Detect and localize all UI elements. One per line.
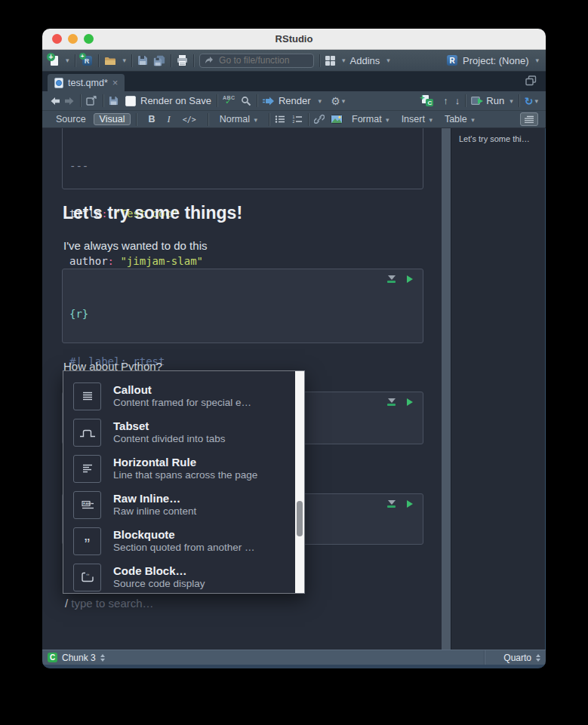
save-button[interactable] — [137, 55, 148, 66]
run-all-chunks-above-icon[interactable] — [387, 500, 396, 508]
run-chunk-icon[interactable] — [407, 500, 413, 508]
addins-button[interactable]: Addins ▾ — [350, 55, 390, 66]
addins-label: Addins — [350, 55, 380, 66]
popup-item-tabset[interactable]: Tabset Content divided into tabs — [73, 414, 304, 450]
visual-editor-canvas[interactable]: --- title: "Test doc" author: "jimjam-sl… — [42, 128, 442, 650]
go-to-next-chunk-button[interactable]: ↓ — [455, 95, 460, 106]
code-button[interactable]: </> — [177, 115, 202, 124]
back-button[interactable] — [50, 97, 60, 106]
run-chunk-icon[interactable] — [407, 398, 413, 406]
tab-label: test.qmd* — [68, 78, 108, 88]
new-project-icon: R + — [81, 54, 93, 66]
document-heading[interactable]: Let's try some things! — [63, 203, 242, 223]
popup-scrollbar-thumb[interactable] — [297, 501, 303, 536]
print-icon — [177, 55, 188, 66]
goto-file-search[interactable] — [199, 54, 314, 68]
chunk-lang: {r} — [69, 308, 88, 320]
close-tab-icon[interactable]: × — [112, 77, 119, 88]
caret-down-icon: ▾ — [66, 57, 69, 64]
editor-toolbar: Render on Save ABC ✓ Render ▾ ⚙ ▾ + C ↑ … — [42, 91, 546, 111]
visual-mode-button[interactable]: Visual — [94, 113, 131, 125]
run-button[interactable]: Run ▾ — [471, 95, 513, 106]
render-on-save-checkbox[interactable] — [125, 96, 136, 106]
goto-arrow-icon — [205, 57, 213, 64]
caret-down-icon: ▾ — [534, 97, 538, 105]
chunk-spinner-icon[interactable] — [100, 654, 105, 662]
chunk-position-label[interactable]: Chunk 3 — [62, 653, 96, 663]
popup-item-horizontal-rule[interactable]: Horizontal Rule Line that spans across t… — [73, 450, 304, 487]
popup-scrollbar-track[interactable] — [295, 371, 304, 593]
project-menu-button[interactable]: R Project: (None) ▾ — [447, 55, 539, 66]
titlebar: RStudio — [42, 29, 546, 50]
open-file-button[interactable]: ▾ — [104, 56, 127, 66]
paragraph-style-label: Normal — [220, 114, 250, 124]
table-label: Table — [445, 114, 467, 124]
outline-heading-item[interactable]: Let's try some thi… — [459, 134, 542, 143]
maximize-pane-button[interactable] — [525, 75, 537, 86]
run-all-chunks-above-icon[interactable] — [387, 398, 396, 406]
print-button[interactable] — [177, 55, 188, 66]
render-options-button[interactable]: ⚙ ▾ — [331, 96, 345, 106]
italic-button[interactable]: I — [161, 113, 176, 126]
table-dropdown[interactable]: Table ▾ — [439, 113, 481, 125]
goto-file-input[interactable] — [217, 54, 303, 66]
save-all-button[interactable] — [153, 55, 165, 66]
popup-item-title: Raw Inline… — [113, 492, 196, 505]
status-bar: C Chunk 3 Quarto — [42, 650, 546, 665]
run-chunk-icon[interactable] — [407, 275, 413, 283]
render-button[interactable]: Render — [263, 95, 311, 106]
svg-text:1: 1 — [293, 115, 295, 119]
popup-item-code-block[interactable]: ‹› Code Block… Source code display — [73, 559, 304, 595]
new-project-button[interactable]: R + — [81, 54, 93, 66]
callout-icon — [73, 382, 101, 410]
numbered-list-button[interactable]: 12 — [292, 115, 303, 124]
save-icon — [137, 55, 148, 66]
popup-item-raw-inline[interactable]: RAW Raw Inline… Raw inline content — [73, 487, 304, 523]
rstudio-window: RStudio + ▾ R + ▾ — [42, 29, 546, 668]
source-mode-button[interactable]: Source — [50, 113, 92, 125]
save-button-editor[interactable] — [109, 96, 119, 106]
paragraph-style-dropdown[interactable]: Normal ▾ — [214, 113, 263, 125]
image-button[interactable] — [331, 115, 343, 124]
code-chunk-r[interactable]: {r} #| label: rtest #| code-fold: true 1… — [62, 269, 423, 343]
popout-button[interactable] — [86, 96, 97, 106]
popup-item-title: Blockquote — [113, 528, 255, 542]
format-toolbar: Source Visual B I </> Normal ▾ 12 Format… — [42, 111, 546, 128]
render-label: Render — [279, 95, 311, 106]
outline-toggle-button[interactable] — [520, 112, 538, 126]
run-icon — [471, 97, 482, 106]
popup-item-title: Callout — [113, 383, 251, 397]
source-publish-button[interactable]: ↻ ▾ — [525, 96, 538, 106]
forward-button[interactable] — [64, 97, 75, 106]
zoom-window-button[interactable] — [84, 34, 94, 44]
paragraph-1[interactable]: I've always wanted to do this — [63, 239, 207, 252]
insert-dropdown[interactable]: Insert ▾ — [396, 113, 439, 125]
go-to-previous-chunk-button[interactable]: ↑ — [443, 95, 448, 106]
editor-scrollbar[interactable] — [442, 128, 451, 650]
spellcheck-button[interactable]: ABC ✓ — [223, 95, 238, 106]
window-frame-strip — [545, 128, 546, 650]
document-mode-label[interactable]: Quarto — [503, 653, 531, 663]
bullet-list-button[interactable] — [275, 115, 285, 124]
code-block-icon: ‹› — [73, 564, 101, 591]
caret-down-icon: ▾ — [319, 97, 322, 105]
link-button[interactable] — [314, 114, 325, 124]
bold-button[interactable]: B — [142, 113, 161, 125]
insert-chunk-button[interactable]: + C — [421, 95, 433, 106]
tab-test-qmd[interactable]: test.qmd* × — [48, 74, 125, 91]
caret-down-icon: ▾ — [342, 97, 346, 105]
format-dropdown[interactable]: Format ▾ — [346, 113, 396, 125]
close-window-button[interactable] — [52, 34, 62, 44]
caret-down-icon: ▾ — [386, 57, 390, 64]
yaml-header-block[interactable]: --- title: "Test doc" author: "jimjam-sl… — [62, 128, 423, 189]
popup-item-title: Horizontal Rule — [113, 456, 257, 469]
mode-spinner-icon[interactable] — [536, 654, 540, 662]
new-file-button[interactable]: + ▾ — [49, 55, 69, 66]
find-replace-button[interactable] — [241, 96, 251, 106]
run-all-chunks-above-icon[interactable] — [387, 275, 396, 283]
yaml-author-key: author — [69, 255, 108, 267]
panes-button[interactable]: ▾ — [325, 56, 346, 66]
popup-item-blockquote[interactable]: ” Blockquote Section quoted from another… — [73, 523, 304, 559]
popup-item-callout[interactable]: Callout Content framed for special e… — [73, 378, 304, 414]
minimize-window-button[interactable] — [68, 34, 78, 44]
